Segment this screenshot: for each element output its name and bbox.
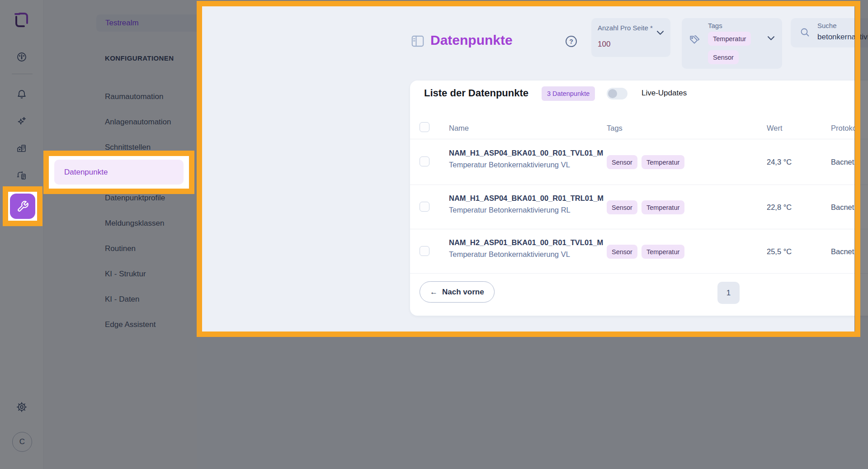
tags-filter-label: Tags <box>708 22 722 29</box>
row-tag-chip: Temperatur <box>642 200 684 214</box>
row-value: 22,8 °C <box>767 203 792 212</box>
arrow-left-icon: ← <box>430 288 438 297</box>
tag-chip-temperatur[interactable]: Temperatur <box>708 32 751 46</box>
row-name: NAM_H1_ASP04_BKA01_00_R01_TVL01_M <box>449 149 606 157</box>
icon-rail: C <box>0 0 44 469</box>
app-root: C Testrealm KONFIGURATIONEN Raumautomati… <box>0 0 868 469</box>
row-name: NAM_H1_ASP04_BKA01_00_R01_TRL01_M <box>449 194 606 203</box>
search-label: Suche <box>817 22 837 29</box>
row-checkbox[interactable] <box>420 156 429 166</box>
notifications-bell-icon[interactable] <box>16 89 27 99</box>
row-description: Temperatur Betonkernaktivierung RL <box>449 206 571 214</box>
per-page-label: Anzahl Pro Seite * <box>598 24 653 32</box>
main-panel: Datenpunkte ? Anzahl Pro Seite * 100 Tag… <box>197 0 868 469</box>
row-protocol: Bacnet <box>831 203 854 212</box>
live-updates-label: Live-Updates <box>642 89 687 98</box>
avatar-initial: C <box>19 437 25 446</box>
wrench-icon <box>17 200 29 213</box>
search-value: betonkernaktivierung <box>817 33 868 42</box>
buildings-icon[interactable] <box>16 143 27 154</box>
select-all-checkbox[interactable] <box>420 122 429 132</box>
tags-filter-select[interactable]: Tags Temperatur Sensor <box>682 18 782 69</box>
row-tag-chip: Temperatur <box>642 245 684 259</box>
user-avatar[interactable]: C <box>12 432 32 452</box>
sidebar: Testrealm KONFIGURATIONEN Raumautomation… <box>44 0 197 469</box>
sparkles-ai-icon[interactable] <box>16 116 27 127</box>
table-row[interactable]: NAM_H1_ASP04_BKA01_00_R01_TVL01_M Temper… <box>410 139 868 185</box>
row-protocol: Bacnet <box>831 247 854 256</box>
row-value: 24,3 °C <box>767 158 792 166</box>
per-page-value: 100 <box>598 40 610 49</box>
row-value: 25,5 °C <box>767 247 792 256</box>
column-header-name: Name <box>449 124 469 133</box>
row-tag-chip: Sensor <box>607 200 637 214</box>
row-protocol: Bacnet <box>831 158 854 166</box>
row-description: Temperatur Betonkernaktivierung VL <box>449 161 570 169</box>
page-title: Datenpunkte <box>430 33 513 48</box>
row-name: NAM_H2_ASP01_BKA01_00_R01_TVL01_M <box>449 238 606 247</box>
sidebar-section-label: KONFIGURATIONEN <box>105 54 174 62</box>
sidebar-item-datenpunkte-active[interactable]: Datenpunkte <box>54 160 184 185</box>
tag-icon <box>689 34 701 46</box>
table-row[interactable]: NAM_H1_ASP04_BKA01_00_R01_TRL01_M Temper… <box>410 185 868 229</box>
panel-layout-icon <box>411 35 424 49</box>
row-checkbox[interactable] <box>420 202 429 212</box>
column-header-wert: Wert <box>767 124 783 133</box>
count-badge: 3 Datenpunkte <box>542 86 595 101</box>
live-updates-toggle[interactable] <box>607 88 627 99</box>
row-divider <box>410 273 868 274</box>
row-description: Temperatur Betonkernaktivierung VL <box>449 250 570 259</box>
pipes-plant-icon[interactable] <box>16 170 27 181</box>
table-row[interactable]: NAM_H2_ASP01_BKA01_00_R01_TVL01_M Temper… <box>410 229 868 273</box>
row-checkbox[interactable] <box>420 246 429 256</box>
search-field[interactable]: Suche betonkernaktivierung <box>791 18 868 47</box>
current-page-indicator[interactable]: 1 <box>717 282 740 304</box>
rail-divider <box>12 74 33 74</box>
search-icon <box>800 27 811 38</box>
toggle-knob <box>608 89 617 98</box>
row-tag-chip: Sensor <box>607 155 637 169</box>
column-header-protokoll: Protokoll <box>831 124 860 133</box>
configuration-wrench-button[interactable] <box>10 194 35 219</box>
list-title: Liste der Datenpunkte <box>424 87 528 99</box>
settings-gear-icon[interactable] <box>16 402 27 412</box>
help-icon[interactable]: ? <box>566 36 577 47</box>
row-tag-chip: Temperatur <box>642 155 684 169</box>
chevron-down-icon <box>657 31 664 35</box>
column-header-tags: Tags <box>607 124 623 133</box>
row-tag-chip: Sensor <box>607 245 637 259</box>
per-page-select[interactable]: Anzahl Pro Seite * 100 <box>591 18 670 57</box>
prev-page-button[interactable]: ← Nach vorne <box>420 281 495 303</box>
dashboard-gauge-icon[interactable] <box>16 52 27 62</box>
datapoints-card: Liste der Datenpunkte 3 Datenpunkte Live… <box>410 81 868 316</box>
app-logo-icon <box>12 10 32 32</box>
tag-chip-sensor[interactable]: Sensor <box>708 50 739 64</box>
chevron-down-icon <box>768 36 774 41</box>
